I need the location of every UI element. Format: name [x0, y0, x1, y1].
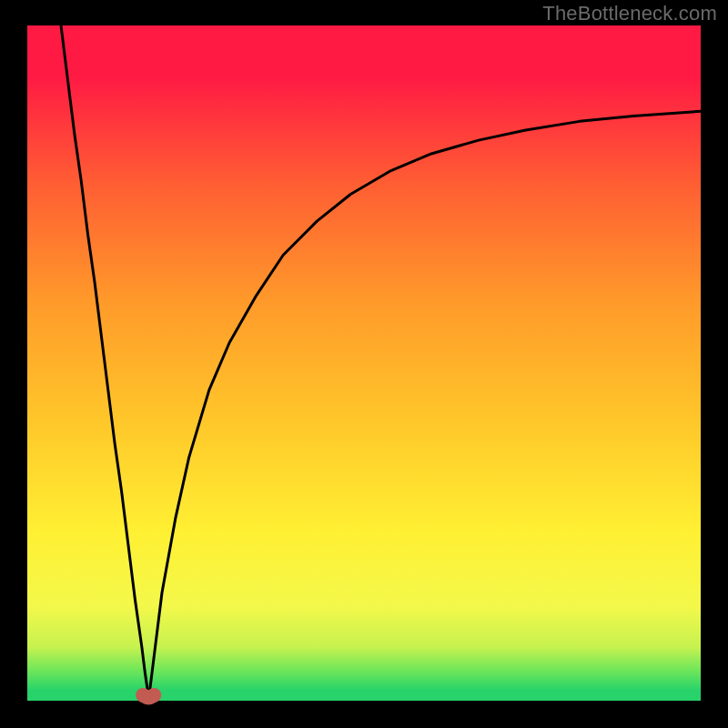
- svg-rect-1: [27, 25, 701, 701]
- watermark-text: TheBottleneck.com: [542, 2, 717, 25]
- bottleneck-chart: [0, 0, 728, 728]
- chart-svg: [0, 0, 728, 728]
